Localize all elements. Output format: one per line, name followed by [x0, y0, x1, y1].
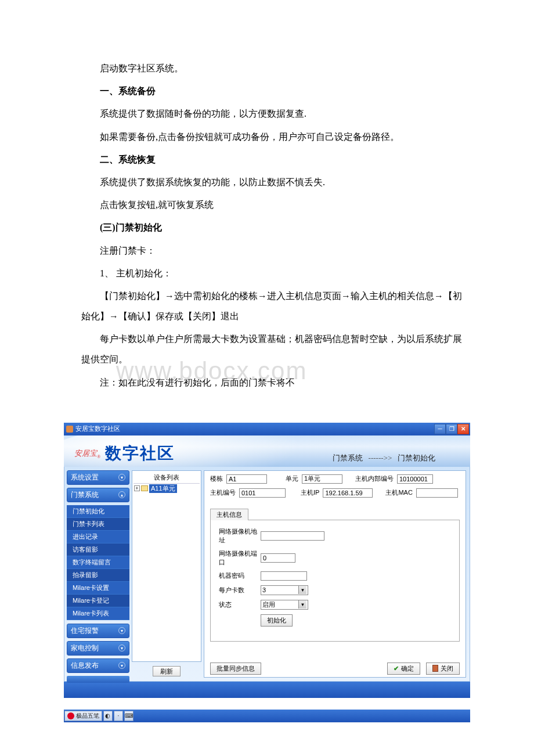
breadcrumb-b: 门禁初始化	[398, 453, 435, 462]
ime-label: 极品五笔	[76, 712, 99, 720]
app-window: 安居宝数字社区 ─ ❐ ✕ 安居宝® 数字社区 门禁系统 ------>> 门禁…	[64, 423, 470, 698]
brand-logo-icon: 安居宝®	[74, 448, 100, 459]
para: 每户卡数以单户住户所需最大卡数为设置基础；机器密码信息暂时空缺，为以后系统扩展提…	[81, 329, 470, 369]
input-ip[interactable]	[323, 488, 373, 498]
folder-icon	[141, 485, 148, 491]
heading-2: 二、系统恢复	[81, 149, 470, 170]
label-hostno: 主机编号	[210, 488, 236, 497]
chevron-down-icon: ▼	[298, 586, 306, 594]
input-innerno[interactable]	[397, 474, 433, 484]
keyboard-icon: ⌨	[125, 712, 133, 719]
select-cards-value: 3	[262, 586, 266, 593]
taskbar-moon[interactable]: ◐	[103, 711, 113, 721]
chevron-down-icon: ▾	[118, 662, 125, 669]
window-titlebar[interactable]: 安居宝数字社区 ─ ❐ ✕	[64, 423, 470, 435]
brand-text: 数字社区	[105, 442, 175, 465]
sidebar-item-milare-list[interactable]: Milare卡列表	[67, 607, 129, 620]
sidebar: 系统设置 ▾ 门禁系统 ▴ 门禁初始化 门禁卡列表 进出记录 访客留影 数字终端…	[64, 467, 132, 681]
init-button[interactable]: 初始化	[261, 614, 293, 627]
taskbar: 极品五笔 ◐ ∙ ⌨	[64, 710, 470, 722]
sidebar-section-access[interactable]: 门禁系统 ▴	[67, 488, 129, 502]
device-tree[interactable]: 设备列表 + A11单元	[132, 470, 201, 662]
label-state: 状态	[219, 600, 261, 609]
minimize-button[interactable]: ─	[434, 424, 446, 434]
sidebar-item-milare-reg[interactable]: Milare卡登记	[67, 595, 129, 607]
label-unit: 单元	[286, 474, 298, 483]
refresh-button[interactable]: 刷新	[153, 666, 181, 676]
input-unit[interactable]	[302, 474, 342, 484]
para: 注册门禁卡：	[81, 240, 470, 261]
app-icon	[66, 426, 73, 433]
sidebar-item-init[interactable]: 门禁初始化	[67, 505, 129, 518]
sidebar-item-visitor[interactable]: 访客留影	[67, 543, 129, 556]
chevron-down-icon: ▼	[298, 600, 306, 609]
para: 启动数字社区系统。	[81, 58, 470, 78]
close-button[interactable]: ✕	[457, 424, 469, 434]
label-camaddr: 网络摄像机地址	[219, 527, 261, 545]
close-form-button[interactable]: 关闭	[426, 663, 460, 675]
maximize-button[interactable]: ❐	[446, 424, 457, 434]
label-mac: 主机MAC	[385, 488, 412, 497]
chevron-down-icon: ▾	[118, 645, 125, 651]
sidebar-section-label: 信息发布	[71, 661, 99, 671]
label-pwd: 机器密码	[219, 571, 261, 580]
label-camport: 网络摄像机端口	[219, 549, 261, 567]
input-camport[interactable]	[261, 553, 295, 563]
sidebar-item-milare-set[interactable]: Milare卡设置	[67, 582, 129, 595]
select-state[interactable]: 启用 ▼	[261, 600, 308, 610]
para: 系统提供了数据系统恢复的功能，以防止数据不慎丢失.	[81, 172, 470, 192]
sidebar-item-records[interactable]: 进出记录	[67, 531, 129, 543]
window-title: 安居宝数字社区	[75, 424, 120, 433]
tree-node-label: A11单元	[149, 484, 177, 493]
sidebar-section-system[interactable]: 系统设置 ▾	[67, 470, 129, 485]
sidebar-item-capture[interactable]: 拍录留影	[67, 569, 129, 582]
ime-icon	[67, 712, 74, 719]
taskbar-ime[interactable]: 极品五笔	[64, 711, 102, 721]
breadcrumb: 门禁系统 ------>> 门禁初始化	[333, 453, 435, 463]
sidebar-section-alarm[interactable]: 住宅报警 ▾	[67, 624, 129, 638]
ok-label: 确定	[401, 664, 414, 673]
ok-button[interactable]: ✔ 确定	[387, 663, 420, 675]
heading-3: (三)门禁初始化	[81, 217, 470, 237]
document-body: 启动数字社区系统。 一、系统备份 系统提供了数据随时备份的功能，以方便数据复查.…	[0, 0, 534, 418]
label-building: 楼栋	[210, 474, 223, 483]
para: 系统提供了数据随时备份的功能，以方便数据复查.	[81, 103, 470, 124]
label-cards: 每户卡数	[219, 586, 261, 595]
input-hostno[interactable]	[239, 488, 286, 498]
tab-content: 网络摄像机地址 网络摄像机端口 机器密码 每户卡数 3 ▼	[210, 520, 460, 642]
input-camaddr[interactable]	[261, 531, 324, 541]
tree-node[interactable]: + A11单元	[134, 484, 200, 494]
select-state-value: 启用	[262, 600, 275, 609]
sidebar-section-label: 门禁系统	[71, 490, 99, 500]
sidebar-section-label: 家电控制	[71, 643, 99, 653]
dot-icon: ∙	[117, 712, 119, 719]
para: 1、 主机初始化：	[81, 263, 470, 283]
para: 点击恢复按钮,就可恢复系统	[81, 195, 470, 215]
taskbar-keyboard[interactable]: ⌨	[124, 711, 134, 721]
batch-sync-button[interactable]: 批量同步信息	[210, 663, 261, 675]
tree-header: 设备列表	[134, 472, 200, 484]
sidebar-items: 门禁初始化 门禁卡列表 进出记录 访客留影 数字终端留言 拍录留影 Milare…	[67, 505, 129, 620]
door-icon	[432, 665, 438, 672]
para-note: 注：如在此没有进行初始化，后面的门禁卡将不	[81, 372, 470, 393]
sidebar-section-appliance[interactable]: 家电控制 ▾	[67, 641, 129, 656]
sidebar-section-label: 住宅报警	[71, 626, 99, 636]
para: 如果需要备份,点击备份按钮就可成功备份，用户亦可自己设定备份路径。	[81, 127, 470, 147]
banner: 安居宝® 数字社区 门禁系统 ------>> 门禁初始化	[64, 435, 470, 467]
tab-hostinfo[interactable]: 主机信息	[210, 509, 248, 520]
sidebar-item-terminal[interactable]: 数字终端留言	[67, 556, 129, 569]
expand-icon[interactable]: +	[134, 485, 140, 491]
input-pwd[interactable]	[261, 571, 307, 581]
taskbar-dot[interactable]: ∙	[114, 711, 123, 721]
app-bottom-bar	[64, 682, 470, 698]
input-building[interactable]	[226, 474, 267, 484]
sidebar-section-label: 系统设置	[71, 473, 99, 483]
select-cards[interactable]: 3 ▼	[261, 585, 308, 595]
chevron-down-icon: ▾	[118, 474, 125, 481]
breadcrumb-sep: ------>>	[369, 453, 392, 462]
label-innerno: 主机内部编号	[355, 474, 394, 483]
sidebar-section-info[interactable]: 信息发布 ▾	[67, 658, 129, 673]
input-mac[interactable]	[416, 488, 458, 498]
para: 【门禁初始化】→选中需初始化的楼栋→进入主机信息页面→输入主机的相关信息→【初始…	[81, 286, 470, 326]
sidebar-item-cardlist[interactable]: 门禁卡列表	[67, 518, 129, 531]
